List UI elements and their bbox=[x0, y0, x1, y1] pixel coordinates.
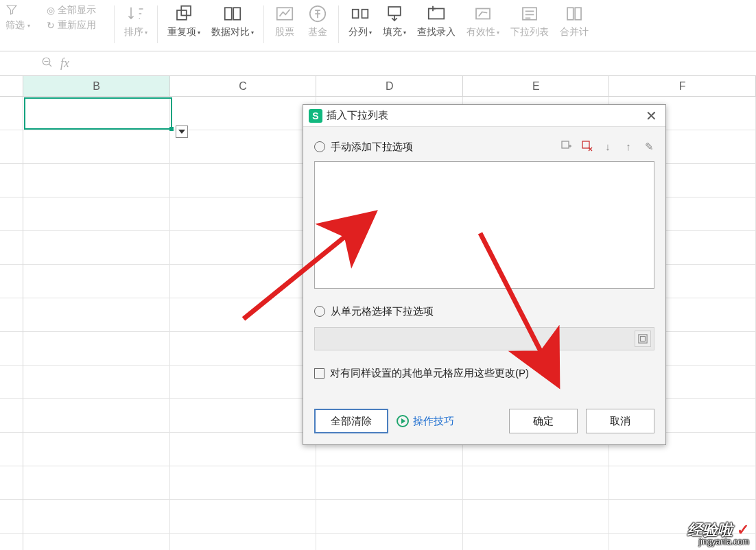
cell[interactable] bbox=[23, 433, 170, 466]
cell[interactable] bbox=[170, 198, 317, 231]
move-down-icon[interactable]: ↓ bbox=[602, 141, 613, 154]
cell[interactable] bbox=[23, 265, 170, 298]
compare-icon bbox=[222, 3, 244, 25]
reapply-button[interactable]: ↻重新应用 bbox=[44, 18, 99, 33]
split-button[interactable]: 分列▾ bbox=[343, 3, 377, 47]
cell[interactable] bbox=[23, 97, 170, 130]
cell[interactable] bbox=[463, 500, 610, 534]
close-button[interactable]: ✕ bbox=[643, 108, 660, 124]
range-input[interactable] bbox=[314, 327, 654, 350]
fill-icon bbox=[383, 3, 405, 25]
show-all-button[interactable]: ◎全部显示 bbox=[44, 3, 99, 18]
filter-button[interactable] bbox=[3, 3, 21, 18]
col-header[interactable]: B bbox=[23, 76, 170, 96]
add-item-icon[interactable] bbox=[561, 141, 572, 154]
cell[interactable] bbox=[170, 399, 317, 433]
radio-icon bbox=[314, 141, 325, 152]
funnel-icon bbox=[5, 3, 18, 18]
cell[interactable] bbox=[23, 466, 170, 500]
cell[interactable] bbox=[463, 466, 610, 500]
dialog-title: 插入下拉列表 bbox=[327, 109, 643, 122]
cell-dropdown-arrow[interactable] bbox=[176, 125, 188, 138]
clear-all-button[interactable]: 全部清除 bbox=[314, 409, 388, 433]
checkbox-icon bbox=[314, 368, 324, 379]
apply-others-checkbox[interactable]: 对有同样设置的其他单元格应用这些更改(P) bbox=[314, 361, 654, 385]
valid-button[interactable]: 有效性▾ bbox=[461, 3, 505, 47]
compare-button[interactable]: 数据对比▾ bbox=[206, 3, 259, 47]
move-up-icon[interactable]: ↑ bbox=[623, 141, 634, 154]
cell[interactable] bbox=[170, 298, 317, 332]
delete-item-icon[interactable] bbox=[582, 141, 593, 154]
svg-rect-9 bbox=[429, 9, 445, 19]
ribbon: 筛选▾ ◎全部显示 ↻重新应用 排序▾ 重复项▾ 数据对比▾ 股票 基金 bbox=[0, 0, 756, 51]
split-icon bbox=[349, 3, 371, 25]
cell[interactable] bbox=[316, 500, 463, 534]
cell[interactable] bbox=[609, 466, 756, 500]
formula-input[interactable] bbox=[76, 55, 756, 73]
items-listbox[interactable] bbox=[314, 161, 654, 289]
play-icon bbox=[397, 415, 409, 427]
cell[interactable] bbox=[316, 534, 463, 550]
droplist-button[interactable]: 下拉列表 bbox=[505, 3, 554, 47]
cell[interactable] bbox=[23, 366, 170, 399]
edit-item-icon[interactable]: ✎ bbox=[643, 141, 654, 154]
cell[interactable] bbox=[170, 366, 317, 399]
svg-rect-8 bbox=[388, 7, 401, 16]
cell[interactable] bbox=[23, 198, 170, 231]
fx-label[interactable]: fx bbox=[60, 56, 69, 71]
svg-rect-17 bbox=[639, 335, 647, 343]
cell[interactable] bbox=[23, 298, 170, 332]
cell[interactable] bbox=[316, 466, 463, 500]
cell[interactable] bbox=[170, 231, 317, 265]
zoom-out-icon[interactable] bbox=[41, 56, 54, 71]
col-header[interactable]: D bbox=[316, 76, 463, 96]
cell[interactable] bbox=[23, 164, 170, 198]
sort-button[interactable]: 排序▾ bbox=[119, 3, 153, 47]
stock-button[interactable]: 股票 bbox=[268, 3, 301, 47]
col-header[interactable]: E bbox=[463, 76, 610, 96]
cell[interactable] bbox=[170, 332, 317, 366]
show-all-icon: ◎ bbox=[47, 5, 55, 16]
option-manual-add[interactable]: 手动添加下拉选项 ↓ ↑ ✎ bbox=[314, 135, 654, 158]
cell[interactable] bbox=[170, 97, 317, 130]
sort-icon bbox=[125, 3, 147, 25]
fill-button[interactable]: 填充▾ bbox=[377, 3, 412, 47]
cell[interactable] bbox=[463, 534, 610, 550]
stock-icon bbox=[274, 3, 296, 25]
dup-button[interactable]: 重复项▾ bbox=[162, 3, 206, 47]
col-header[interactable]: C bbox=[170, 76, 317, 96]
radio-icon bbox=[314, 306, 325, 317]
dialog-titlebar[interactable]: S 插入下拉列表 ✕ bbox=[303, 105, 665, 127]
lookup-button[interactable]: 查找录入 bbox=[412, 3, 461, 47]
ok-button[interactable]: 确定 bbox=[509, 409, 578, 433]
wps-logo-icon: S bbox=[309, 109, 322, 123]
cell[interactable] bbox=[23, 534, 170, 550]
cancel-button[interactable]: 取消 bbox=[586, 409, 654, 433]
cell[interactable] bbox=[170, 466, 317, 500]
cell[interactable] bbox=[23, 500, 170, 534]
column-headers: B C D E F bbox=[0, 76, 756, 97]
svg-rect-6 bbox=[353, 10, 359, 19]
cell[interactable] bbox=[170, 265, 317, 298]
cell[interactable] bbox=[170, 534, 317, 550]
watermark: 经验啦 ✓ jingyanla.com bbox=[687, 523, 749, 546]
cell[interactable] bbox=[23, 399, 170, 433]
merge-button[interactable]: 合并计 bbox=[554, 3, 594, 47]
cell[interactable] bbox=[170, 164, 317, 198]
col-header[interactable]: F bbox=[609, 76, 756, 96]
formula-bar: fx bbox=[0, 51, 756, 76]
cell[interactable] bbox=[170, 500, 317, 534]
fund-button[interactable]: 基金 bbox=[301, 3, 334, 47]
tips-link[interactable]: 操作技巧 bbox=[397, 415, 454, 428]
cell[interactable] bbox=[23, 231, 170, 265]
cell[interactable] bbox=[23, 130, 170, 164]
cell[interactable] bbox=[170, 130, 317, 164]
option-from-range[interactable]: 从单元格选择下拉选项 bbox=[314, 300, 654, 323]
range-picker-icon[interactable] bbox=[635, 331, 651, 347]
apply-others-label: 对有同样设置的其他单元格应用这些更改(P) bbox=[330, 367, 529, 380]
svg-rect-3 bbox=[233, 8, 240, 20]
droplist-icon bbox=[519, 3, 541, 25]
cell[interactable] bbox=[23, 332, 170, 366]
cell[interactable] bbox=[170, 433, 317, 466]
filter-label[interactable]: 筛选▾ bbox=[3, 18, 33, 33]
